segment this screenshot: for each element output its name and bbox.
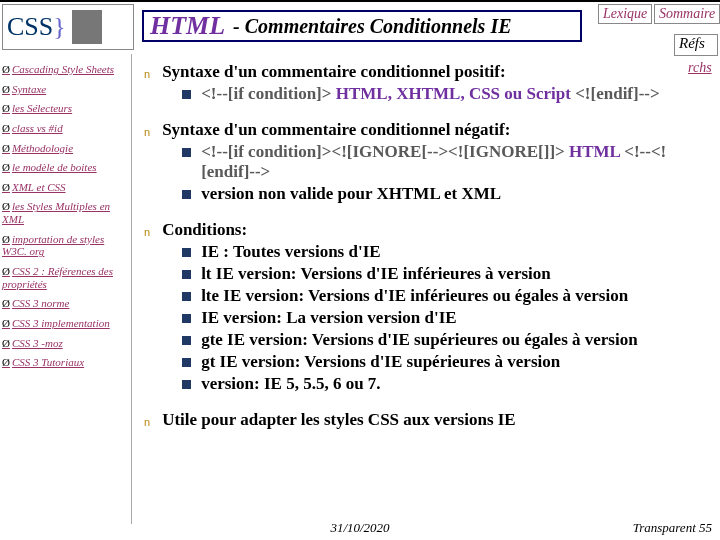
title-subtitle: - Commentaires Conditionnels IE	[233, 15, 511, 38]
list-item: lte IE version: Versions d'IE inférieure…	[182, 286, 700, 306]
logo-css-text: CSS}	[7, 12, 66, 42]
square-bullet-icon	[182, 314, 191, 323]
sidebar-item[interactable]: ØSyntaxe	[2, 83, 129, 96]
list-item: IE : Toutes versions d'IE	[182, 242, 700, 262]
bullet-icon: n	[144, 226, 150, 396]
logo-box: CSS}	[2, 4, 134, 50]
square-bullet-icon	[182, 358, 191, 367]
link-lexique[interactable]: Lexique	[598, 4, 652, 24]
sidebar-item[interactable]: ØCSS 2 : Références des propriétés	[2, 265, 129, 290]
sidebar-item[interactable]: Øimportation de styles W3C. org	[2, 233, 129, 258]
sidebar-item[interactable]: ØXML et CSS	[2, 181, 129, 194]
sidebar: ØCascading Style Sheets ØSyntaxe Øles Sé…	[0, 54, 132, 524]
heading: Syntaxe d'un commentaire conditionnel né…	[162, 120, 700, 140]
list-item: lt IE version: Versions d'IE inférieures…	[182, 264, 700, 284]
sidebar-item[interactable]: Øles Sélecteurs	[2, 102, 129, 115]
title-bar: HTML - Commentaires Conditionnels IE	[142, 10, 582, 42]
list-item: <!--[if condition]> HTML, XHTML, CSS ou …	[182, 84, 700, 104]
content: n Syntaxe d'un commentaire conditionnel …	[140, 62, 700, 444]
list-item: <!--[if condition]><![IGNORE[--><![IGNOR…	[182, 142, 700, 182]
bullet-icon: n	[144, 126, 150, 206]
list-item: version non valide pour XHTML et XML	[182, 184, 700, 204]
section-conditions: n Conditions: IE : Toutes versions d'IE …	[140, 220, 700, 396]
sidebar-item[interactable]: ØCascading Style Sheets	[2, 63, 129, 76]
refs-box: Réfs	[674, 34, 718, 56]
footer-page: Transparent 55	[633, 520, 712, 536]
heading: Conditions:	[162, 220, 700, 240]
sidebar-item[interactable]: ØCSS 3 implementation	[2, 317, 129, 330]
section-negative: n Syntaxe d'un commentaire conditionnel …	[140, 120, 700, 206]
bullet-icon: n	[144, 416, 150, 430]
title-html: HTML	[150, 11, 225, 41]
heading: Syntaxe d'un commentaire conditionnel po…	[162, 62, 700, 82]
sidebar-item[interactable]: ØCSS 3 Tutoriaux	[2, 356, 129, 369]
square-bullet-icon	[182, 148, 191, 157]
heading: Utile pour adapter les styles CSS aux ve…	[162, 410, 700, 430]
sidebar-item[interactable]: ØCSS 3 -moz	[2, 337, 129, 350]
square-bullet-icon	[182, 270, 191, 279]
bullet-icon: n	[144, 68, 150, 106]
square-bullet-icon	[182, 190, 191, 199]
footer-date: 31/10/2020	[330, 520, 389, 536]
list-item: gt IE version: Versions d'IE supérieures…	[182, 352, 700, 372]
sidebar-item[interactable]: Øclass vs #id	[2, 122, 129, 135]
list-item: IE version: La version version d'IE	[182, 308, 700, 328]
square-bullet-icon	[182, 380, 191, 389]
sidebar-item[interactable]: ØMéthodologie	[2, 142, 129, 155]
section-positive: n Syntaxe d'un commentaire conditionnel …	[140, 62, 700, 106]
square-bullet-icon	[182, 248, 191, 257]
list-item: gte IE version: Versions d'IE supérieure…	[182, 330, 700, 350]
list-item: version: IE 5, 5.5, 6 ou 7.	[182, 374, 700, 394]
square-bullet-icon	[182, 90, 191, 99]
sidebar-item[interactable]: Øle modèle de boites	[2, 161, 129, 174]
square-bullet-icon	[182, 336, 191, 345]
square-bullet-icon	[182, 292, 191, 301]
html5-shield-icon	[72, 10, 102, 44]
link-sommaire[interactable]: Sommaire	[654, 4, 720, 24]
sidebar-item[interactable]: ØCSS 3 norme	[2, 297, 129, 310]
sidebar-item[interactable]: Øles Styles Multiples en XML	[2, 200, 129, 225]
section-conclusion: n Utile pour adapter les styles CSS aux …	[140, 410, 700, 430]
